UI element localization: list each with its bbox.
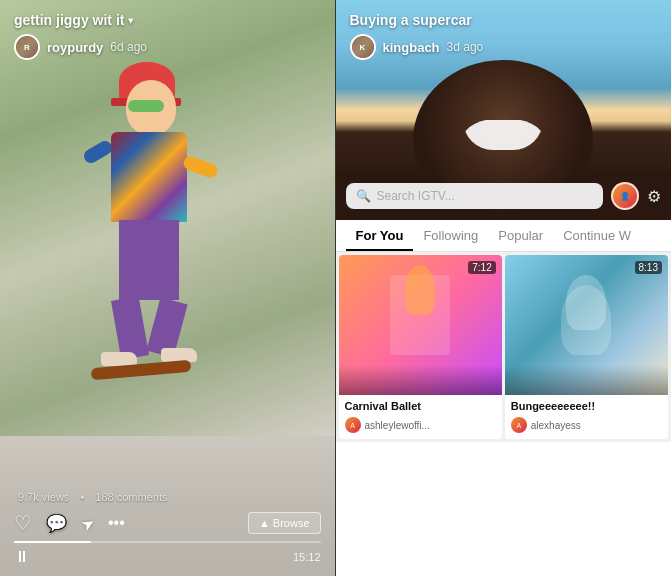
views-count: 9.7k views xyxy=(18,491,69,503)
user-avatar-button[interactable]: 👤 xyxy=(611,182,639,210)
video-thumbnail-carnival xyxy=(339,255,502,395)
skater-jacket xyxy=(111,132,187,222)
tab-following[interactable]: Following xyxy=(413,220,488,251)
video-card-info-bungee: Bungeeeeeeee!! A alexhayess xyxy=(505,395,668,439)
hero-video[interactable]: Buying a supercar K kingbach 3d ago 🔍 Se… xyxy=(336,0,672,220)
hero-video-title: Buying a supercar xyxy=(350,12,658,28)
hero-user-row: K kingbach 3d ago xyxy=(350,34,658,60)
card-avatar-bungee: A xyxy=(511,417,527,433)
skater-arm-left xyxy=(82,138,115,165)
comments-count: 188 comments xyxy=(95,491,167,503)
avatar-icon: 👤 xyxy=(620,192,630,201)
search-placeholder: Search IGTV... xyxy=(377,189,455,203)
video-duration-carnival: 7:12 xyxy=(468,261,495,274)
skater-figure xyxy=(71,80,231,420)
search-bar[interactable]: 🔍 Search IGTV... xyxy=(346,183,604,209)
avatar-inner: R xyxy=(16,36,38,58)
chevron-down-icon: ▾ xyxy=(128,15,133,26)
skater-glasses xyxy=(128,100,164,112)
username[interactable]: roypurdy xyxy=(47,40,103,55)
video-title-text: gettin jiggy wit it xyxy=(14,12,124,28)
hero-username[interactable]: kingbach xyxy=(383,40,440,55)
action-buttons: ♡ 💬 ➤ ••• ▲ Browse xyxy=(14,511,321,535)
avatar[interactable]: R xyxy=(14,34,40,60)
search-row: 🔍 Search IGTV... 👤 ⚙ xyxy=(346,182,662,210)
time-ago: 6d ago xyxy=(110,40,147,54)
progress-bar-container[interactable] xyxy=(14,541,321,543)
video-card-title-bungee: Bungeeeeeeee!! xyxy=(511,400,662,413)
settings-icon[interactable]: ⚙ xyxy=(647,187,661,206)
playback-row: ⏸ 15:12 xyxy=(14,548,321,566)
stats-dot: • xyxy=(80,491,84,503)
tabs-row: For You Following Popular Continue W xyxy=(336,220,672,252)
card-username-carnival: ashleylewoffi... xyxy=(365,420,430,431)
video-card-info-carnival: Carnival Ballet A ashleylewoffi... xyxy=(339,395,502,439)
tab-for-you[interactable]: For You xyxy=(346,220,414,251)
header-icons: 👤 ⚙ xyxy=(611,182,661,210)
heart-icon[interactable]: ♡ xyxy=(14,511,32,535)
hero-time-ago: 3d ago xyxy=(447,40,484,54)
card-username-bungee: alexhayess xyxy=(531,420,581,431)
skater-leg-left xyxy=(111,296,149,360)
play-pause-button[interactable]: ⏸ xyxy=(14,548,30,566)
video-thumbnail-bungee xyxy=(505,255,668,395)
video-grid: 7:12 Carnival Ballet A ashleylewoffi... … xyxy=(336,252,672,442)
tab-popular[interactable]: Popular xyxy=(488,220,553,251)
more-options-icon[interactable]: ••• xyxy=(108,514,125,532)
search-icon: 🔍 xyxy=(356,189,371,203)
video-duration-bungee: 8:13 xyxy=(635,261,662,274)
progress-bar-fill xyxy=(14,541,91,543)
video-stats: 9.7k views • 188 comments xyxy=(14,491,321,503)
card-avatar-carnival: A xyxy=(345,417,361,433)
video-card-user-bungee: A alexhayess xyxy=(511,417,662,433)
comment-icon[interactable]: 💬 xyxy=(46,513,67,534)
video-card-title-carnival: Carnival Ballet xyxy=(345,400,496,413)
video-controls: 9.7k views • 188 comments ♡ 💬 ➤ ••• ▲ Br… xyxy=(0,483,335,576)
tab-continue[interactable]: Continue W xyxy=(553,220,641,251)
video-title[interactable]: gettin jiggy wit it ▾ xyxy=(14,12,147,28)
video-duration: 15:12 xyxy=(293,551,321,563)
right-top-overlay: Buying a supercar K kingbach 3d ago xyxy=(336,0,672,68)
video-card-bungee[interactable]: 8:13 Bungeeeeeeee!! A alexhayess xyxy=(505,255,668,439)
skater-arm-right xyxy=(182,154,220,179)
right-igtv-panel: Buying a supercar K kingbach 3d ago 🔍 Se… xyxy=(336,0,672,576)
hero-avatar[interactable]: K xyxy=(350,34,376,60)
hero-avatar-inner: K xyxy=(352,36,374,58)
video-card-user-carnival: A ashleylewoffi... xyxy=(345,417,496,433)
video-card-carnival[interactable]: 7:12 Carnival Ballet A ashleylewoffi... xyxy=(339,255,502,439)
skater-pants xyxy=(119,220,179,300)
browse-button[interactable]: ▲ Browse xyxy=(248,512,321,534)
left-top-bar: gettin jiggy wit it ▾ R roypurdy 6d ago xyxy=(0,0,335,68)
left-video-panel: gettin jiggy wit it ▾ R roypurdy 6d ago … xyxy=(0,0,335,576)
send-icon[interactable]: ➤ xyxy=(77,512,98,535)
user-row: R roypurdy 6d ago xyxy=(14,34,147,60)
